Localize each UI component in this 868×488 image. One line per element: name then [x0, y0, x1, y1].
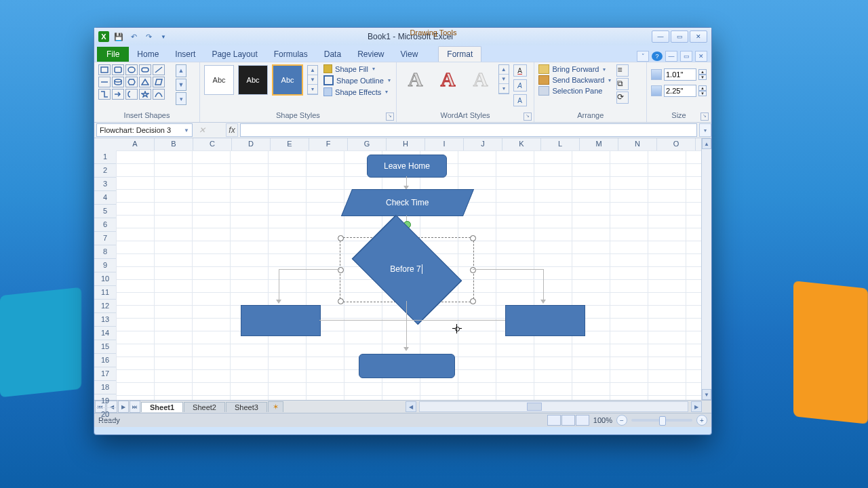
formula-bar[interactable]: [240, 123, 697, 137]
wb-minimize-button[interactable]: —: [665, 51, 677, 62]
col-header[interactable]: I: [425, 138, 464, 150]
save-icon[interactable]: 💾: [113, 31, 124, 42]
text-effects-icon[interactable]: A: [513, 94, 527, 106]
shape-style-2[interactable]: Abc: [238, 65, 268, 95]
view-page-break-icon[interactable]: [576, 415, 589, 426]
title-bar[interactable]: X 💾 ↶ ↷ ▼ Drawing Tools Book1 - Microsof…: [94, 28, 711, 45]
grid[interactable]: Leave Home Check Time Before 7: [116, 150, 702, 400]
sheet-tab-sheet3[interactable]: Sheet3: [226, 402, 267, 412]
shape-width-input[interactable]: [664, 85, 696, 97]
col-header[interactable]: B: [155, 138, 193, 150]
sheet-tab-sheet1[interactable]: Sheet1: [141, 402, 183, 412]
minimize-button[interactable]: —: [652, 30, 669, 43]
tab-view[interactable]: View: [393, 47, 427, 62]
shape-capsule-icon[interactable]: [139, 64, 151, 75]
row-header[interactable]: 7: [94, 232, 116, 245]
tab-home[interactable]: Home: [129, 47, 167, 62]
shape-curve-icon[interactable]: [153, 89, 165, 100]
row-header[interactable]: 5: [94, 205, 116, 218]
row-header[interactable]: 3: [94, 178, 116, 191]
shape-roundrect-icon[interactable]: [112, 64, 124, 75]
row-header[interactable]: 20: [94, 408, 116, 422]
col-header[interactable]: D: [232, 138, 271, 150]
undo-icon[interactable]: ↶: [128, 31, 139, 42]
shape-ellipse-icon[interactable]: [125, 64, 138, 75]
hscroll-left-icon[interactable]: ◀: [406, 401, 416, 412]
horizontal-scrollbar[interactable]: [419, 401, 688, 412]
tab-page-layout[interactable]: Page Layout: [203, 47, 265, 62]
zoom-in-button[interactable]: +: [696, 415, 707, 426]
shape-line-icon[interactable]: [98, 77, 111, 87]
flow-data-check-time[interactable]: Check Time: [347, 190, 469, 216]
col-header[interactable]: G: [348, 138, 387, 150]
shape-style-3-selected[interactable]: Abc: [272, 64, 303, 96]
bring-forward-button[interactable]: Bring Forward▾: [538, 64, 611, 74]
shape-style-more[interactable]: ▲▼▾: [307, 65, 318, 95]
gallery-up-icon[interactable]: ▲: [176, 64, 186, 77]
rotate-icon[interactable]: ⟳: [616, 92, 629, 104]
col-header[interactable]: O: [657, 138, 696, 150]
col-header[interactable]: E: [271, 138, 309, 150]
col-header[interactable]: H: [387, 138, 425, 150]
zoom-out-button[interactable]: −: [616, 415, 627, 426]
worksheet-area[interactable]: ABCDEFGHIJKLMNO 123456789101112131415161…: [94, 138, 711, 400]
send-backward-button[interactable]: Send Backward▾: [538, 75, 611, 85]
maximize-button[interactable]: ▭: [671, 30, 688, 43]
zoom-slider[interactable]: [631, 419, 692, 422]
text-fill-icon[interactable]: A: [513, 64, 527, 77]
shape-brace-icon[interactable]: [125, 89, 138, 100]
view-normal-icon[interactable]: [547, 415, 561, 426]
file-tab[interactable]: File: [97, 47, 129, 62]
shape-line-icon[interactable]: [153, 64, 165, 75]
dialog-launcher-icon[interactable]: ↘: [701, 113, 709, 121]
tab-review[interactable]: Review: [349, 47, 392, 62]
formula-bar-expand-icon[interactable]: ▾: [699, 123, 711, 137]
shape-width-spinner[interactable]: ▲▼: [651, 85, 707, 97]
col-header[interactable]: J: [464, 138, 502, 150]
tab-format[interactable]: Format: [438, 46, 481, 62]
redo-icon[interactable]: ↷: [143, 31, 154, 42]
shape-parallelogram-icon[interactable]: [153, 77, 165, 87]
row-header[interactable]: 10: [94, 272, 116, 286]
shapes-gallery[interactable]: [98, 64, 173, 105]
col-header[interactable]: F: [309, 138, 348, 150]
shape-arrow-icon[interactable]: [112, 89, 124, 100]
row-header[interactable]: 2: [94, 164, 116, 178]
hscroll-right-icon[interactable]: ▶: [691, 401, 702, 412]
row-header[interactable]: 13: [94, 313, 116, 327]
next-sheet-icon[interactable]: ▶: [118, 401, 129, 413]
flow-process-right[interactable]: [505, 305, 585, 336]
text-outline-icon[interactable]: A: [513, 79, 527, 92]
row-header[interactable]: 16: [94, 354, 116, 367]
flow-decision-before7[interactable]: Before 7: [340, 230, 473, 308]
col-header[interactable]: L: [541, 138, 580, 150]
wordart-style-3[interactable]: A: [466, 64, 496, 94]
tab-formulas[interactable]: Formulas: [266, 47, 316, 62]
row-header[interactable]: 17: [94, 367, 116, 381]
spin-down-icon[interactable]: ▼: [698, 91, 707, 96]
connector[interactable]: [543, 269, 544, 302]
row-header[interactable]: 15: [94, 340, 116, 354]
tab-insert[interactable]: Insert: [167, 47, 203, 62]
close-button[interactable]: ✕: [690, 30, 707, 43]
shape-cylinder-icon[interactable]: [112, 77, 124, 87]
flow-terminator-bottom[interactable]: [359, 354, 455, 378]
scroll-thumb[interactable]: [527, 403, 542, 411]
help-icon[interactable]: ?: [652, 52, 663, 61]
tab-data[interactable]: Data: [316, 47, 349, 62]
wordart-more[interactable]: ▲▼▾: [498, 64, 509, 94]
row-header[interactable]: 18: [94, 381, 116, 394]
shape-rect-icon[interactable]: [98, 64, 111, 75]
row-header[interactable]: 9: [94, 259, 116, 272]
row-header[interactable]: 4: [94, 191, 116, 205]
row-headers[interactable]: 1234567891011121314151617181920: [94, 150, 117, 400]
shape-hex-icon[interactable]: [125, 77, 138, 87]
shape-fill-button[interactable]: Shape Fill▾: [323, 64, 391, 73]
name-box[interactable]: Flowchart: Decision 3▼: [96, 123, 193, 137]
wb-close-button[interactable]: ✕: [695, 51, 707, 62]
scroll-down-icon[interactable]: ▼: [702, 389, 711, 400]
align-icon[interactable]: ≡: [616, 64, 629, 77]
flow-process-left[interactable]: [241, 305, 321, 336]
vertical-scrollbar[interactable]: ▲ ▼: [701, 138, 711, 400]
scroll-up-icon[interactable]: ▲: [702, 138, 711, 149]
